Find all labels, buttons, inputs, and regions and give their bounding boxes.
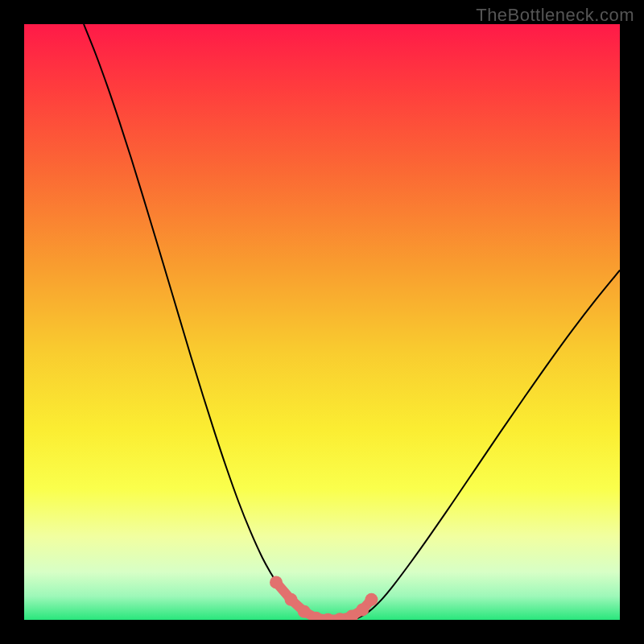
marker-dot [285,593,298,606]
marker-dot [270,576,283,588]
marker-group [270,576,378,620]
marker-dot [298,605,311,618]
watermark-text: TheBottleneck.com [476,5,634,26]
marker-dot [356,603,369,616]
chart-svg [24,24,620,620]
chart-area [24,24,620,620]
bottleneck-curve [84,24,620,620]
app-frame: TheBottleneck.com [0,0,644,644]
marker-dot [365,593,378,606]
